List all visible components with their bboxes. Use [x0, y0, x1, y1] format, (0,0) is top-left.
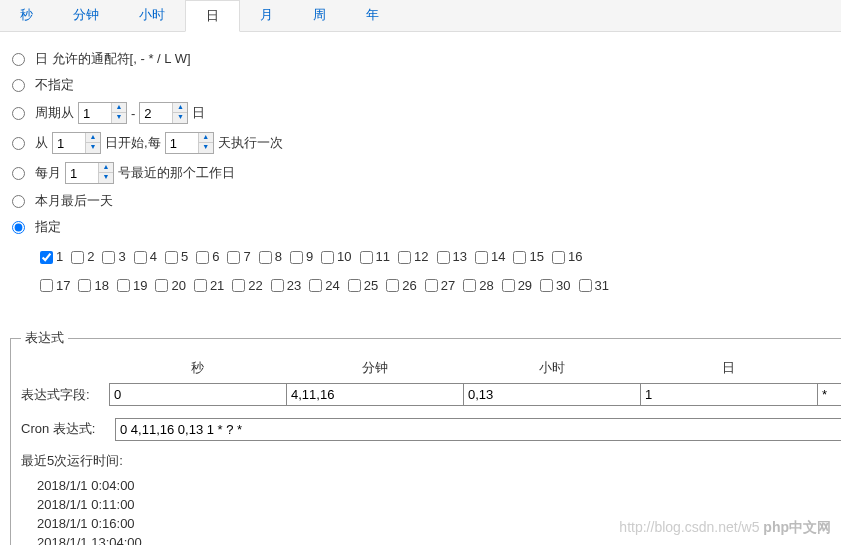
start-every-input[interactable]: [166, 134, 198, 153]
cycle-to-spinner[interactable]: ▲▼: [139, 102, 188, 124]
day-checkbox-23[interactable]: [271, 279, 284, 292]
day-checkbox-3[interactable]: [102, 251, 115, 264]
radio-start[interactable]: [12, 137, 25, 150]
day-checkbox-15[interactable]: [513, 251, 526, 264]
day-label: 5: [181, 244, 188, 270]
day-checkbox-28[interactable]: [463, 279, 476, 292]
radio-lastday[interactable]: [12, 195, 25, 208]
day-checkbox-24[interactable]: [309, 279, 322, 292]
expr-field-分钟[interactable]: [286, 383, 464, 406]
spinner-up-icon[interactable]: ▲: [112, 103, 126, 113]
tab-日[interactable]: 日: [185, 0, 240, 32]
spinner-up-icon[interactable]: ▲: [86, 133, 100, 143]
expression-fields-row: 表达式字段:: [21, 383, 841, 406]
day-checkbox-11[interactable]: [360, 251, 373, 264]
day-label: 15: [529, 244, 543, 270]
day-checkbox-26[interactable]: [386, 279, 399, 292]
day-label: 11: [376, 244, 390, 270]
radio-wildcard[interactable]: [12, 53, 25, 66]
option-specify-label: 指定: [35, 218, 61, 236]
radio-cycle[interactable]: [12, 107, 25, 120]
day-checkbox-30[interactable]: [540, 279, 553, 292]
day-label: 12: [414, 244, 428, 270]
day-checkbox-5[interactable]: [165, 251, 178, 264]
day-checkbox-25[interactable]: [348, 279, 361, 292]
spinner-down-icon[interactable]: ▼: [199, 143, 213, 153]
day-checkbox-19[interactable]: [117, 279, 130, 292]
tab-小时[interactable]: 小时: [119, 0, 185, 31]
day-checkbox-14[interactable]: [475, 251, 488, 264]
expr-field-月[interactable]: [817, 383, 841, 406]
day-label: 14: [491, 244, 505, 270]
day-checkbox-13[interactable]: [437, 251, 450, 264]
tab-秒[interactable]: 秒: [0, 0, 53, 31]
expr-field-小时[interactable]: [463, 383, 641, 406]
day-checkbox-10[interactable]: [321, 251, 334, 264]
day-checkbox-12[interactable]: [398, 251, 411, 264]
spinner-up-icon[interactable]: ▲: [99, 163, 113, 173]
day-item-8: 8: [259, 244, 282, 270]
start-from-spinner[interactable]: ▲▼: [52, 132, 101, 154]
tab-content-day: 日 允许的通配符[, - * / L W] 不指定 周期从 ▲▼ - ▲▼ 日 …: [0, 32, 841, 319]
day-checkbox-20[interactable]: [155, 279, 168, 292]
day-item-18: 18: [78, 273, 108, 299]
spinner-down-icon[interactable]: ▼: [86, 143, 100, 153]
spinner-up-icon[interactable]: ▲: [173, 103, 187, 113]
cycle-from-spinner[interactable]: ▲▼: [78, 102, 127, 124]
day-checkbox-18[interactable]: [78, 279, 91, 292]
day-item-5: 5: [165, 244, 188, 270]
day-item-2: 2: [71, 244, 94, 270]
day-checkbox-21[interactable]: [194, 279, 207, 292]
monthly-day-input[interactable]: [66, 164, 98, 183]
day-item-14: 14: [475, 244, 505, 270]
monthly-day-spinner[interactable]: ▲▼: [65, 162, 114, 184]
day-label: 1: [56, 244, 63, 270]
day-checkbox-2[interactable]: [71, 251, 84, 264]
day-checkbox-29[interactable]: [502, 279, 515, 292]
run-time: 2018/1/1 13:04:00: [37, 535, 841, 545]
tab-分钟[interactable]: 分钟: [53, 0, 119, 31]
day-checkbox-9[interactable]: [290, 251, 303, 264]
cycle-from-input[interactable]: [79, 104, 111, 123]
day-checkbox-22[interactable]: [232, 279, 245, 292]
tab-周[interactable]: 周: [293, 0, 346, 31]
spinner-down-icon[interactable]: ▼: [99, 173, 113, 183]
radio-unspecified[interactable]: [12, 79, 25, 92]
day-checkbox-6[interactable]: [196, 251, 209, 264]
day-checkbox-27[interactable]: [425, 279, 438, 292]
start-from-input[interactable]: [53, 134, 85, 153]
day-label: 20: [171, 273, 185, 299]
start-every-spinner[interactable]: ▲▼: [165, 132, 214, 154]
day-checkbox-1[interactable]: [40, 251, 53, 264]
cron-input[interactable]: [115, 418, 841, 441]
expr-field-秒[interactable]: [109, 383, 287, 406]
day-label: 9: [306, 244, 313, 270]
day-checkbox-8[interactable]: [259, 251, 272, 264]
spinner-up-icon[interactable]: ▲: [199, 133, 213, 143]
day-checkbox-17[interactable]: [40, 279, 53, 292]
day-item-30: 30: [540, 273, 570, 299]
day-label: 2: [87, 244, 94, 270]
day-label: 10: [337, 244, 351, 270]
cycle-to-input[interactable]: [140, 104, 172, 123]
expr-field-日[interactable]: [640, 383, 818, 406]
day-checkbox-31[interactable]: [579, 279, 592, 292]
tab-月[interactable]: 月: [240, 0, 293, 31]
day-item-16: 16: [552, 244, 582, 270]
expr-header: 日: [640, 355, 817, 381]
day-checkbox-7[interactable]: [227, 251, 240, 264]
tab-年[interactable]: 年: [346, 0, 399, 31]
expr-header: 小时: [463, 355, 640, 381]
day-item-28: 28: [463, 273, 493, 299]
day-item-4: 4: [134, 244, 157, 270]
spinner-down-icon[interactable]: ▼: [112, 113, 126, 123]
radio-specify[interactable]: [12, 221, 25, 234]
spinner-down-icon[interactable]: ▼: [173, 113, 187, 123]
day-checkbox-4[interactable]: [134, 251, 147, 264]
day-item-11: 11: [360, 244, 390, 270]
start-prefix: 从: [35, 134, 48, 152]
radio-monthly[interactable]: [12, 167, 25, 180]
runs-list: 2018/1/1 0:04:002018/1/1 0:11:002018/1/1…: [37, 478, 841, 545]
expression-field-label: 表达式字段:: [21, 386, 109, 404]
day-checkbox-16[interactable]: [552, 251, 565, 264]
